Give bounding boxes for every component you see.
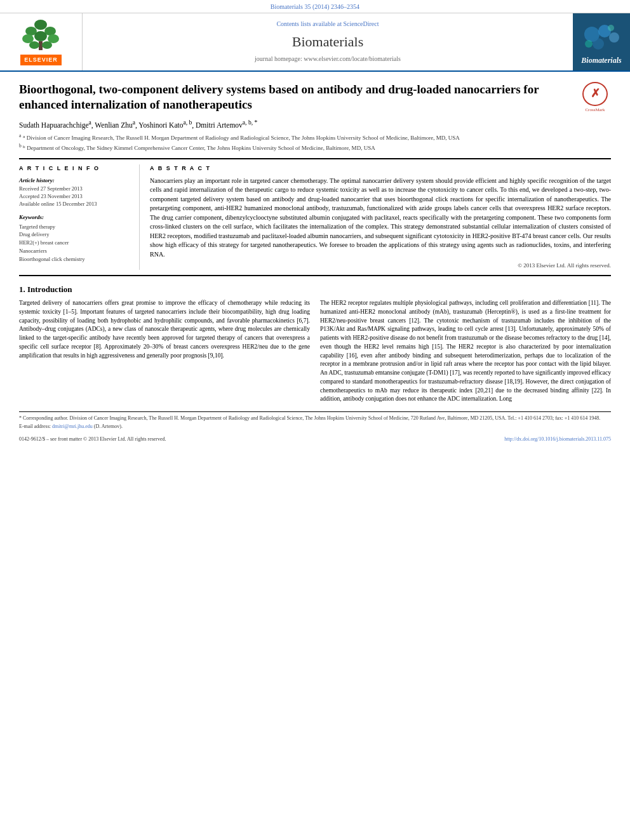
sup-a: a: [89, 119, 91, 126]
keyword-4: Nanocarriers: [19, 247, 131, 255]
sup-b-label: b: [19, 143, 22, 149]
available-date: Available online 15 December 2013: [19, 201, 131, 208]
crossmark-badge: ✗ CrossMark: [579, 82, 611, 114]
sup-ab: a, b: [183, 119, 192, 126]
svg-rect-6: [39, 41, 43, 50]
right-column: A B S T R A C T Nanocarriers play an imp…: [150, 164, 611, 270]
sup-ab-star: a, b, *: [243, 119, 257, 126]
biomaterials-logo-title: Biomaterials: [581, 56, 621, 65]
affiliation-b: b ᵇ Department of Oncology, The Sidney K…: [19, 143, 611, 152]
keyword-3: HER2(+) breast cancer: [19, 239, 131, 247]
svg-point-12: [609, 32, 619, 43]
keywords-section: Keywords: Targeted therapy Drug delivery…: [19, 213, 131, 263]
elsevier-logo-box: ELSEVIER: [0, 13, 83, 70]
elsevier-tree-icon: [22, 18, 60, 53]
elsevier-wordmark: ELSEVIER: [20, 55, 62, 65]
received-date: Received 27 September 2013: [19, 185, 131, 193]
svg-point-8: [42, 41, 52, 49]
intro-right-text: The HER2 receptor regulates multiple phy…: [320, 299, 611, 404]
biomaterials-logo-box: Biomaterials: [573, 13, 630, 70]
header-section: ELSEVIER Contents lists available at Sci…: [0, 13, 630, 72]
introduction-title: 1. Introduction: [19, 284, 611, 295]
introduction-body: Targeted delivery of nanocarriers offers…: [19, 299, 611, 404]
article-history: Article history: Received 27 September 2…: [19, 177, 131, 208]
svg-point-13: [593, 38, 604, 50]
page-footer: 0142-9612/$ – see front matter © 2013 El…: [19, 436, 611, 443]
main-content: Bioorthogonal, two-component delivery sy…: [0, 72, 630, 449]
email-link[interactable]: dmitri@mri.jhu.edu: [52, 423, 93, 429]
journal-homepage: journal homepage: www.elsevier.com/locat…: [255, 55, 401, 63]
journal-title: Biomaterials: [292, 32, 363, 52]
crossmark-label: CrossMark: [585, 107, 605, 114]
divider-thick-2: [19, 275, 611, 276]
abstract-text: Nanocarriers play an important role in t…: [150, 177, 611, 260]
email-suffix: (D. Artemov).: [94, 423, 123, 429]
sciencedirect-text: Contents lists available at ScienceDirec…: [276, 20, 379, 29]
elsevier-logo: ELSEVIER: [20, 18, 62, 65]
svg-point-7: [29, 41, 39, 49]
svg-point-15: [608, 25, 614, 31]
article-info-label: A R T I C L E I N F O: [19, 164, 131, 173]
header-center: Contents lists available at ScienceDirec…: [83, 13, 573, 70]
keywords-label: Keywords:: [19, 213, 131, 222]
keywords-list: Targeted therapy Drug delivery HER2(+) b…: [19, 223, 131, 263]
journal-citation: Biomaterials 35 (2014) 2346–2354: [271, 3, 359, 10]
accepted-date: Accepted 23 November 2013: [19, 193, 131, 201]
affiliations: a ᵃ Division of Cancer Imaging Research,…: [19, 133, 611, 152]
crossmark-circle: ✗: [582, 82, 608, 106]
sup-a-label: a: [19, 133, 21, 138]
footnote-email: E-mail address: dmitri@mri.jhu.edu (D. A…: [19, 423, 611, 430]
history-label: Article history:: [19, 177, 131, 185]
left-column: A R T I C L E I N F O Article history: R…: [19, 164, 140, 270]
introduction-section: 1. Introduction Targeted delivery of nan…: [19, 284, 611, 404]
email-label: E-mail address:: [19, 423, 51, 429]
footnote-star-text: * Corresponding author. Division of Canc…: [19, 415, 600, 421]
doi-link[interactable]: http://dx.doi.org/10.1016/j.biomaterials…: [504, 436, 611, 442]
intro-left-col: Targeted delivery of nanocarriers offers…: [19, 299, 310, 404]
footer-issn: 0142-9612/$ – see front matter © 2013 El…: [19, 436, 166, 443]
keyword-2: Drug delivery: [19, 230, 131, 239]
page-container: Biomaterials 35 (2014) 2346–2354 ELSE: [0, 0, 630, 449]
intro-left-text: Targeted delivery of nanocarriers offers…: [19, 299, 310, 360]
biomaterials-logo-image: [579, 18, 624, 53]
sup-a2: a: [133, 119, 135, 126]
divider-thick: [19, 158, 611, 159]
footnote-star: * Corresponding author. Division of Canc…: [19, 415, 611, 422]
keyword-1: Targeted therapy: [19, 223, 131, 231]
article-title: Bioorthogonal, two-component delivery sy…: [19, 82, 611, 113]
two-column-section: A R T I C L E I N F O Article history: R…: [19, 164, 611, 270]
svg-point-0: [34, 20, 47, 30]
bio-logo-inner: Biomaterials: [579, 18, 624, 65]
svg-point-4: [34, 31, 47, 41]
footnotes-section: * Corresponding author. Division of Canc…: [19, 411, 611, 430]
svg-point-14: [585, 40, 593, 48]
keyword-5: Bioorthogonal click chemistry: [19, 255, 131, 263]
affiliation-a: a ᵃ Division of Cancer Imaging Research,…: [19, 133, 611, 142]
intro-right-col: The HER2 receptor regulates multiple phy…: [320, 299, 611, 404]
journal-bar: Biomaterials 35 (2014) 2346–2354: [0, 0, 630, 13]
sciencedirect-link[interactable]: ScienceDirect: [343, 20, 379, 27]
copyright-line: © 2013 Elsevier Ltd. All rights reserved…: [150, 262, 611, 270]
abstract-label: A B S T R A C T: [150, 164, 611, 173]
article-title-section: Bioorthogonal, two-component delivery sy…: [19, 82, 611, 152]
crossmark-icon: ✗: [591, 86, 600, 102]
authors-line: Sudath Hapuarachchigea, Wenlian Zhua, Yo…: [19, 118, 611, 130]
